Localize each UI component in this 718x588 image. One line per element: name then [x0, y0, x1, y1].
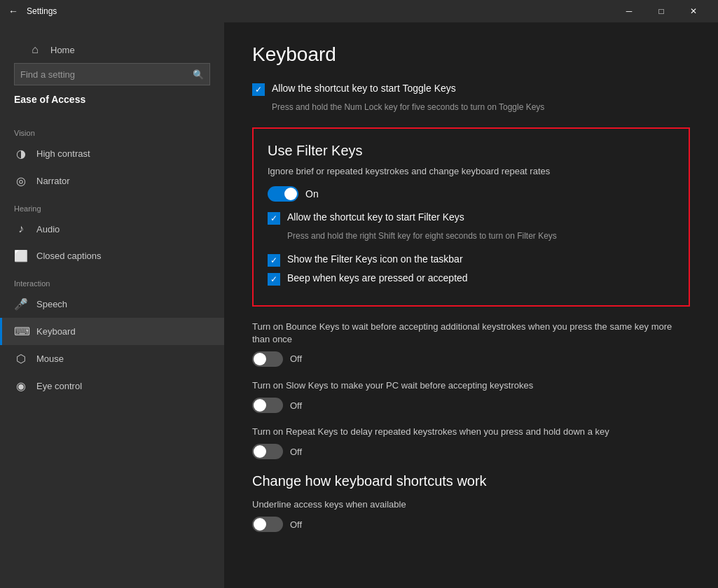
filter-keys-shortcut-checkbox[interactable]: ✓ — [268, 212, 280, 225]
underline-toggle-label: Off — [290, 519, 302, 530]
slow-keys-toggle[interactable] — [252, 398, 283, 413]
toggle-keys-checkbox[interactable]: ✓ — [252, 83, 265, 96]
titlebar: ← Settings ─ □ ✕ — [0, 0, 718, 22]
bounce-keys-desc: Turn on Bounce Keys to wait before accep… — [252, 321, 690, 346]
bounce-keys-toggle-row: Off — [252, 351, 690, 367]
narrator-label: Narrator — [36, 176, 70, 186]
sidebar-header: ⌂ Home 🔍 Ease of Access — [0, 22, 224, 119]
underline-knob — [254, 518, 266, 531]
sidebar-item-speech[interactable]: 🎤 Speech — [0, 290, 224, 318]
sidebar-item-eye-control[interactable]: ◉ Eye control — [0, 372, 224, 400]
narrator-icon: ◎ — [14, 174, 28, 188]
sidebar-item-mouse[interactable]: ⬡ Mouse — [0, 345, 224, 372]
back-button[interactable]: ← — [8, 6, 18, 17]
show-icon-label: Show the Filter Keys icon on the taskbar — [287, 253, 463, 265]
filter-keys-shortcut-row: ✓ Allow the shortcut key to start Filter… — [268, 211, 675, 225]
home-icon: ⌂ — [28, 43, 42, 56]
mouse-icon: ⬡ — [14, 352, 28, 365]
filter-keys-toggle[interactable] — [268, 186, 298, 202]
vision-section-label: Vision — [0, 119, 224, 140]
slow-keys-desc: Turn on Slow Keys to make your PC wait b… — [252, 379, 690, 392]
repeat-keys-toggle[interactable] — [252, 444, 283, 459]
filter-keys-heading: Use Filter Keys — [268, 143, 675, 159]
slow-keys-section: Turn on Slow Keys to make your PC wait b… — [252, 379, 690, 413]
search-box: 🔍 — [14, 63, 210, 85]
underline-toggle-row: Off — [252, 517, 690, 532]
sidebar: ⌂ Home 🔍 Ease of Access Vision ◑ High co… — [0, 22, 224, 588]
toggle-keys-section: ✓ Allow the shortcut key to start Toggle… — [252, 83, 690, 113]
speech-icon: 🎤 — [14, 298, 28, 311]
shortcuts-section: Change how keyboard shortcuts work Under… — [252, 473, 690, 532]
filter-keys-shortcut-label: Allow the shortcut key to start Filter K… — [287, 211, 464, 223]
toggle-keys-help: Press and hold the Num Lock key for five… — [272, 102, 690, 113]
sidebar-item-home[interactable]: ⌂ Home — [14, 36, 210, 63]
slow-keys-label: Off — [290, 400, 302, 411]
check-icon: ✓ — [255, 85, 262, 94]
high-contrast-label: High contrast — [36, 148, 90, 159]
repeat-keys-desc: Turn on Repeat Keys to delay repeated ke… — [252, 426, 690, 438]
main-content: Keyboard ✓ Allow the shortcut key to sta… — [224, 22, 718, 588]
audio-icon: ♪ — [14, 223, 28, 235]
maximize-button[interactable]: □ — [645, 0, 677, 22]
shortcuts-heading: Change how keyboard shortcuts work — [252, 473, 690, 489]
bounce-keys-label: Off — [290, 354, 302, 364]
bounce-keys-toggle[interactable] — [252, 351, 283, 367]
beep-label: Beep when keys are pressed or accepted — [287, 272, 468, 284]
filter-keys-box: Use Filter Keys Ignore brief or repeated… — [252, 127, 690, 307]
hearing-section-label: Hearing — [0, 195, 224, 216]
toggle-knob — [284, 188, 297, 200]
sidebar-item-audio[interactable]: ♪ Audio — [0, 216, 224, 242]
sidebar-item-high-contrast[interactable]: ◑ High contrast — [0, 140, 224, 167]
underline-label: Underline access keys when available — [252, 499, 690, 510]
slow-keys-toggle-row: Off — [252, 398, 690, 413]
closed-captions-icon: ⬜ — [14, 249, 28, 262]
toggle-keys-label: Allow the shortcut key to start Toggle K… — [272, 83, 456, 94]
sidebar-item-narrator[interactable]: ◎ Narrator — [0, 167, 224, 195]
slow-knob — [254, 399, 266, 412]
high-contrast-icon: ◑ — [14, 147, 28, 160]
sidebar-item-keyboard[interactable]: ⌨ Keyboard — [0, 318, 224, 345]
repeat-keys-section: Turn on Repeat Keys to delay repeated ke… — [252, 426, 690, 459]
home-label: Home — [50, 45, 75, 55]
show-icon-row: ✓ Show the Filter Keys icon on the taskb… — [268, 253, 675, 267]
show-icon-checkbox[interactable]: ✓ — [268, 254, 280, 267]
check-icon-2: ✓ — [270, 214, 277, 223]
repeat-knob — [254, 445, 266, 458]
eye-control-label: Eye control — [36, 381, 82, 391]
speech-label: Speech — [36, 299, 67, 309]
minimize-button[interactable]: ─ — [613, 0, 645, 22]
toggle-keys-checkbox-row: ✓ Allow the shortcut key to start Toggle… — [252, 83, 690, 96]
mouse-label: Mouse — [36, 354, 64, 364]
search-icon[interactable]: 🔍 — [193, 69, 204, 80]
bounce-knob — [254, 353, 266, 365]
titlebar-title: Settings — [27, 6, 613, 16]
audio-label: Audio — [36, 224, 60, 234]
bounce-keys-section: Turn on Bounce Keys to wait before accep… — [252, 321, 690, 367]
filter-keys-desc: Ignore brief or repeated keystrokes and … — [268, 166, 675, 176]
eye-control-icon: ◉ — [14, 379, 28, 393]
search-input[interactable] — [20, 69, 193, 80]
close-button[interactable]: ✕ — [677, 0, 710, 22]
closed-captions-label: Closed captions — [36, 251, 102, 261]
check-icon-4: ✓ — [270, 274, 277, 284]
app-body: ⌂ Home 🔍 Ease of Access Vision ◑ High co… — [0, 22, 718, 588]
repeat-keys-label: Off — [290, 447, 302, 457]
window-controls: ─ □ ✕ — [613, 0, 710, 22]
beep-row: ✓ Beep when keys are pressed or accepted — [268, 272, 675, 286]
underline-toggle[interactable] — [252, 517, 283, 532]
sidebar-item-closed-captions[interactable]: ⬜ Closed captions — [0, 242, 224, 270]
filter-keys-toggle-row: On — [268, 186, 675, 202]
page-title: Keyboard — [252, 43, 690, 66]
interaction-section-label: Interaction — [0, 270, 224, 290]
filter-keys-shortcut-help: Press and hold the right Shift key for e… — [287, 230, 675, 242]
keyboard-icon: ⌨ — [14, 325, 28, 338]
check-icon-3: ✓ — [270, 255, 277, 265]
repeat-keys-toggle-row: Off — [252, 444, 690, 459]
sidebar-section-title: Ease of Access — [14, 94, 210, 105]
keyboard-label: Keyboard — [36, 326, 76, 337]
beep-checkbox[interactable]: ✓ — [268, 273, 280, 286]
filter-keys-toggle-label: On — [305, 188, 319, 200]
